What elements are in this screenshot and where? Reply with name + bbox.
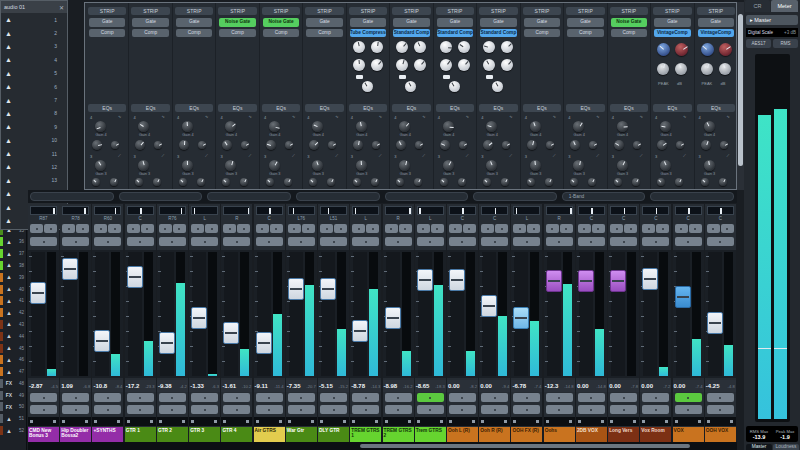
popup-channel-item[interactable]: ▲4 [1, 53, 67, 66]
solo-button[interactable] [431, 224, 444, 233]
knob[interactable] [240, 178, 248, 186]
pan-control[interactable] [159, 206, 186, 215]
knob[interactable] [633, 141, 641, 149]
knob[interactable] [675, 63, 687, 75]
fader-cap[interactable] [62, 258, 78, 280]
solo-button[interactable] [560, 224, 573, 233]
mute-button[interactable] [30, 224, 43, 233]
knob[interactable] [309, 140, 319, 150]
fader-track[interactable] [257, 252, 271, 376]
mute-button[interactable] [578, 224, 591, 233]
mute-button[interactable] [320, 224, 333, 233]
monitor-button[interactable] [256, 393, 283, 402]
knob[interactable] [704, 121, 715, 132]
record-enable-button[interactable] [288, 405, 315, 414]
record-enable-button[interactable] [417, 405, 444, 414]
edit-channel-button[interactable] [320, 237, 347, 246]
eq-rack-header[interactable]: EQs [305, 104, 343, 112]
popup-channel-item[interactable]: ▲2 [1, 26, 67, 39]
pan-control[interactable] [94, 206, 121, 215]
comp-slot-button[interactable]: Comp [611, 29, 647, 38]
fader-cap[interactable] [30, 282, 46, 304]
strip-rack-header[interactable]: STRIP [610, 7, 648, 15]
pan-control[interactable] [191, 206, 218, 215]
fader-track[interactable] [95, 252, 109, 376]
knob[interactable] [95, 121, 106, 132]
eq-rack-header[interactable]: EQs [262, 104, 300, 112]
gate-slot-button[interactable]: Gate [437, 18, 473, 27]
knob[interactable] [701, 178, 709, 186]
record-enable-button[interactable] [191, 405, 218, 414]
knob[interactable] [405, 81, 416, 92]
pan-control[interactable] [449, 206, 476, 215]
rack-tab-slot[interactable] [207, 192, 291, 201]
knob[interactable] [396, 178, 404, 186]
fader-cap[interactable] [449, 269, 465, 291]
fader-track[interactable] [321, 252, 335, 376]
mute-button[interactable] [642, 224, 655, 233]
fader-track[interactable] [353, 252, 367, 376]
meter-option-button-2[interactable]: RMS [773, 39, 798, 48]
knob[interactable] [414, 59, 426, 71]
gate-slot-button[interactable]: Gate [480, 18, 516, 27]
knob[interactable] [135, 178, 143, 186]
knob[interactable] [617, 121, 628, 132]
knob[interactable] [266, 178, 274, 186]
record-enable-button[interactable] [256, 405, 283, 414]
monitor-button[interactable] [675, 393, 702, 402]
knob[interactable] [312, 121, 323, 132]
edit-channel-button[interactable] [449, 237, 476, 246]
fader-cap[interactable] [385, 307, 401, 329]
knob[interactable] [92, 178, 100, 186]
knob[interactable] [182, 121, 193, 132]
knob[interactable] [241, 141, 249, 149]
record-enable-button[interactable] [481, 405, 508, 414]
knob[interactable] [353, 178, 361, 186]
fader-cap[interactable] [546, 270, 562, 292]
eq-rack-header[interactable]: EQs [349, 104, 387, 112]
fader-cap[interactable] [642, 268, 658, 290]
rail-channel-item[interactable]: FX50 [0, 401, 26, 413]
knob[interactable] [545, 178, 553, 186]
pan-control[interactable] [417, 206, 444, 215]
edit-channel-button[interactable] [94, 237, 121, 246]
fader-cap[interactable] [707, 312, 723, 334]
knob[interactable] [154, 141, 162, 149]
knob[interactable] [179, 140, 189, 150]
knob[interactable] [443, 160, 454, 171]
gate-slot-button[interactable]: Gate [524, 18, 560, 27]
gate-slot-button[interactable]: Gate [89, 18, 125, 27]
eq-rack-header[interactable]: EQs [392, 104, 430, 112]
edit-channel-button[interactable] [385, 237, 412, 246]
monitor-button[interactable] [223, 393, 250, 402]
eq-rack-header[interactable]: EQs [175, 104, 213, 112]
comp-slot-button[interactable]: Standard Comp [437, 29, 473, 38]
knob[interactable] [675, 178, 683, 186]
monitor-button[interactable] [30, 393, 57, 402]
horizontal-scrollbar[interactable] [28, 442, 737, 450]
record-enable-button[interactable] [707, 405, 734, 414]
mute-button[interactable] [610, 224, 623, 233]
rail-channel-item[interactable]: ▲52 [0, 425, 26, 437]
knob[interactable] [285, 141, 293, 149]
edit-channel-button[interactable] [288, 237, 315, 246]
knob[interactable] [371, 59, 383, 71]
knob[interactable] [660, 121, 671, 132]
pan-control[interactable] [675, 206, 702, 215]
knob[interactable] [657, 178, 665, 186]
solo-button[interactable] [270, 224, 283, 233]
close-icon[interactable]: ✕ [59, 4, 64, 11]
knob[interactable] [701, 43, 714, 56]
edit-channel-button[interactable] [352, 237, 379, 246]
edit-channel-button[interactable] [642, 237, 669, 246]
gate-slot-button[interactable]: Gate [132, 18, 168, 27]
strip-rack-header[interactable]: STRIP [436, 7, 474, 15]
solo-button[interactable] [173, 224, 186, 233]
pan-control[interactable] [513, 206, 540, 215]
knob[interactable] [269, 160, 280, 171]
mute-button[interactable] [707, 224, 720, 233]
gate-slot-button[interactable]: Gate [567, 18, 603, 27]
rail-channel-item[interactable]: ▲43 [0, 319, 26, 331]
knob[interactable] [110, 178, 118, 186]
channel-name-label[interactable]: Vox Room [640, 427, 671, 442]
